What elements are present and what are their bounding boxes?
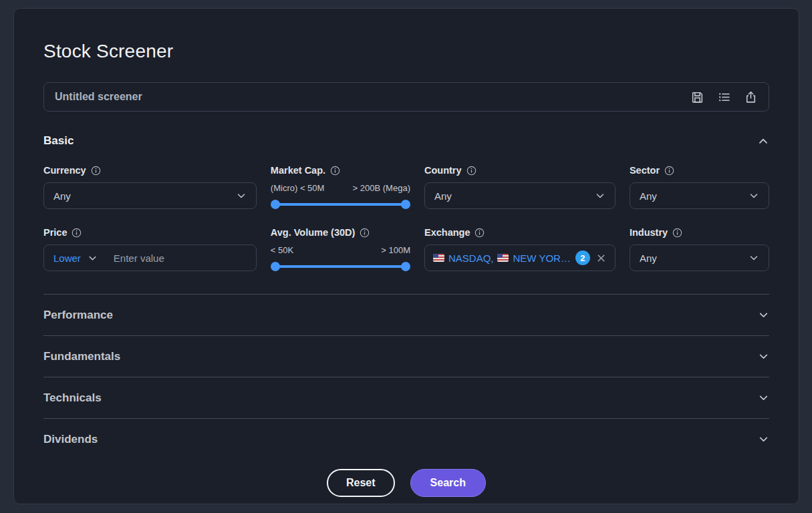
country-select-value: Any [434,190,452,202]
slider-handle-min[interactable] [271,200,280,209]
screener-name-input[interactable] [55,91,690,103]
chevron-down-icon [749,252,759,263]
country-field: Country Any [424,165,616,209]
market-cap-field: Market Cap. (Micro) < 50M > 200B (Mega) [271,165,410,209]
currency-label-text: Currency [43,165,86,176]
exchange-selected-2: NEW YOR… [513,252,570,264]
section-fundamentals[interactable]: Fundamentals [43,336,769,377]
info-icon[interactable] [475,228,485,238]
currency-label: Currency [43,165,257,176]
us-flag-icon [497,254,509,262]
price-control: Lower [43,244,257,271]
price-operator-select[interactable]: Lower [53,252,98,264]
slider-handle-max[interactable] [401,262,410,271]
avg-volume-slider[interactable] [271,262,410,271]
exchange-count-badge: 2 [575,250,590,265]
exchange-selected-values: NASDAQ, NEW YOR… [433,252,571,264]
info-icon[interactable] [466,166,477,176]
stock-screener-panel: Stock Screener Basic Currency [13,8,799,504]
sector-select-value: Any [640,190,657,202]
avg-volume-min-label: < 50K [271,245,293,255]
market-cap-max-label: > 200B (Mega) [353,183,410,193]
chevron-down-icon [595,190,605,201]
chevron-down-icon[interactable] [758,309,769,321]
market-cap-label-text: Market Cap. [271,165,325,176]
basic-section-title: Basic [43,134,74,148]
section-technicals-title: Technicals [43,391,102,405]
avg-volume-label: Avg. Volume (30D) [271,227,410,238]
section-performance[interactable]: Performance [43,295,769,335]
section-fundamentals-title: Fundamentals [43,350,120,363]
market-cap-label: Market Cap. [271,165,410,176]
market-cap-min-label: (Micro) < 50M [271,183,325,193]
currency-select[interactable]: Any [43,182,257,209]
basic-filters-grid: Currency Any Market Cap. (Micro) < 50M >… [43,165,769,271]
slider-handle-min[interactable] [271,262,280,271]
chevron-down-icon [749,190,759,201]
save-icon[interactable] [690,90,704,104]
price-label-text: Price [43,227,67,238]
screener-toolbar [690,90,758,104]
list-icon[interactable] [717,90,731,104]
sector-label-text: Sector [630,165,660,176]
reset-button[interactable]: Reset [327,469,395,497]
info-icon[interactable] [672,228,682,238]
exchange-selected-1: NASDAQ, [448,252,494,264]
price-label: Price [43,227,257,238]
market-cap-slider-slot: (Micro) < 50M > 200B (Mega) [271,182,410,209]
avg-volume-range-labels: < 50K > 100M [271,244,410,255]
country-label: Country [424,165,616,176]
sector-label: Sector [630,165,769,176]
market-cap-range-labels: (Micro) < 50M > 200B (Mega) [271,182,410,193]
screener-name-row [43,82,769,112]
industry-label: Industry [630,227,769,238]
info-icon[interactable] [72,228,82,238]
chevron-down-icon[interactable] [758,434,769,445]
close-icon[interactable] [590,252,607,264]
country-label-text: Country [424,165,462,176]
avg-volume-slider-slot: < 50K > 100M [271,244,410,271]
chevron-down-icon [236,190,247,201]
export-icon[interactable] [744,90,758,104]
price-field: Price Lower [43,227,257,271]
info-icon[interactable] [330,166,340,176]
chevron-down-icon[interactable] [758,392,769,403]
section-dividends-title: Dividends [43,433,98,446]
industry-select-value: Any [640,252,657,264]
chevron-up-icon[interactable] [757,135,769,147]
exchange-label: Exchange [424,227,616,238]
search-button[interactable]: Search [410,469,486,497]
price-value-input[interactable] [114,252,247,264]
currency-select-value: Any [53,190,71,202]
section-technicals[interactable]: Technicals [43,377,769,418]
section-performance-title: Performance [43,309,113,322]
industry-select[interactable]: Any [630,244,769,271]
chevron-down-icon [88,253,98,263]
avg-volume-label-text: Avg. Volume (30D) [271,227,356,238]
avg-volume-field: Avg. Volume (30D) < 50K > 100M [271,227,410,271]
exchange-multiselect[interactable]: NASDAQ, NEW YOR… 2 [424,244,616,271]
industry-label-text: Industry [630,227,668,238]
industry-field: Industry Any [630,227,769,271]
slider-handle-max[interactable] [401,200,410,209]
exchange-field: Exchange NASDAQ, NEW YOR… 2 [424,227,616,271]
page-title: Stock Screener [43,41,769,62]
basic-section-header[interactable]: Basic [43,134,769,148]
slider-track[interactable] [273,265,408,268]
chevron-down-icon[interactable] [758,351,769,362]
section-dividends[interactable]: Dividends [43,419,769,460]
price-operator-value: Lower [53,252,81,264]
info-icon[interactable] [360,228,370,238]
us-flag-icon [433,254,444,262]
actions-row: Reset Search [43,469,769,497]
currency-field: Currency Any [43,165,257,209]
sector-field: Sector Any [630,165,769,209]
info-icon[interactable] [91,166,101,176]
slider-track[interactable] [273,203,408,206]
info-icon[interactable] [664,166,674,176]
country-select[interactable]: Any [424,182,616,209]
sector-select[interactable]: Any [630,182,769,209]
avg-volume-max-label: > 100M [381,245,410,255]
exchange-label-text: Exchange [424,227,470,238]
market-cap-slider[interactable] [271,200,410,209]
